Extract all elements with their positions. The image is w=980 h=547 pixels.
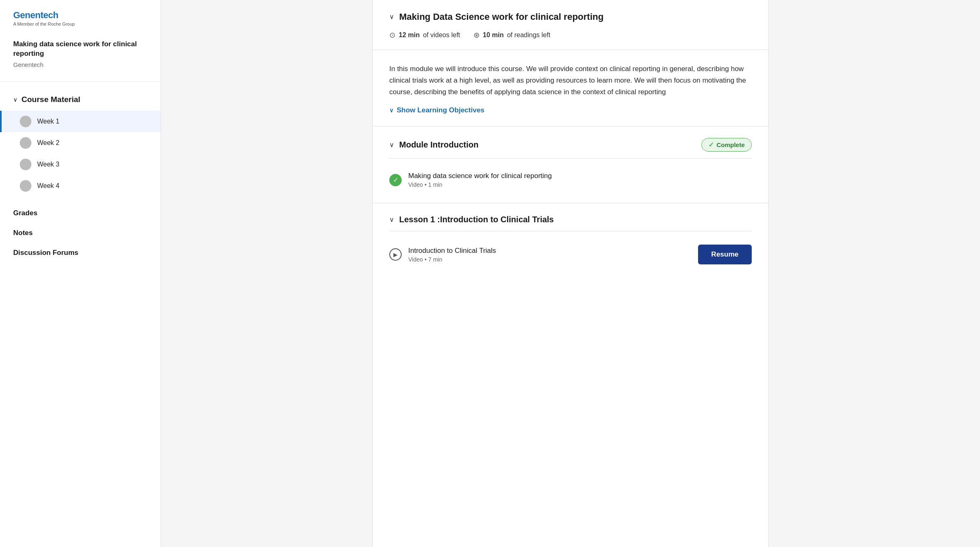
sidebar-item-grades[interactable]: Grades [0, 203, 161, 223]
week-4-label: Week 4 [37, 182, 59, 190]
main-content: ∨ Making Data Science work for clinical … [372, 0, 769, 547]
module-header-section: ∨ Making Data Science work for clinical … [373, 0, 768, 50]
course-material-chevron-icon: ∨ [13, 96, 17, 103]
sidebar-item-discussion[interactable]: Discussion Forums [0, 243, 161, 263]
lesson1-title-group: ∨ Lesson 1 :Introduction to Clinical Tri… [389, 215, 554, 224]
week-3-label: Week 3 [37, 161, 59, 168]
resume-button[interactable]: Resume [698, 245, 752, 264]
course-material-label: Course Material [21, 95, 80, 104]
videos-left-value: 12 min [399, 31, 420, 39]
module-intro-header-row: ∨ Module Introduction ✓ Complete [389, 138, 752, 152]
play-circle-icon: ⊙ [389, 31, 395, 40]
module-intro-section: ∨ Module Introduction ✓ Complete ✓ Makin… [373, 126, 768, 203]
module-intro-title: Module Introduction [399, 140, 478, 150]
logo-area: Genentech A Member of the Roche Group [0, 10, 161, 40]
lesson1-header-row: ∨ Lesson 1 :Introduction to Clinical Tri… [389, 215, 752, 224]
week-1-label: Week 1 [37, 118, 59, 125]
logo-subtitle: A Member of the Roche Group [13, 21, 147, 26]
module-intro-divider [389, 158, 752, 159]
description-text: In this module we will introduce this co… [389, 63, 752, 98]
lesson1-item-meta: Video • 7 min [408, 256, 691, 263]
week-4-circle [20, 180, 31, 192]
week-1-circle [20, 116, 31, 127]
module-chevron-icon: ∨ [389, 13, 394, 21]
objectives-chevron-icon: ∨ [389, 107, 393, 114]
lesson1-divider [389, 231, 752, 231]
item-meta: Video • 1 min [408, 181, 752, 188]
sidebar-divider [0, 81, 161, 82]
course-title-area: Making data science work for clinical re… [0, 40, 161, 81]
course-org: Genentech [13, 61, 147, 68]
lesson1-item-info: Introduction to Clinical Trials Video • … [408, 247, 691, 263]
course-title: Making data science work for clinical re… [13, 40, 147, 59]
sidebar: Genentech A Member of the Roche Group Ma… [0, 0, 161, 547]
week-2-circle [20, 137, 31, 149]
module-intro-title-group: ∨ Module Introduction [389, 140, 478, 150]
complete-label: Complete [717, 141, 745, 148]
readings-left-item: ⊛ 10 min of readings left [473, 31, 551, 40]
book-icon: ⊛ [473, 31, 480, 40]
description-section: In this module we will introduce this co… [373, 50, 768, 126]
module-main-title: Making Data Science work for clinical re… [399, 12, 604, 22]
complete-badge: ✓ Complete [701, 138, 752, 152]
module-meta: ⊙ 12 min of videos left ⊛ 10 min of read… [389, 31, 752, 40]
item-play-icon: ▶ [389, 248, 402, 261]
module-intro-chevron-icon: ∨ [389, 141, 394, 149]
videos-left-item: ⊙ 12 min of videos left [389, 31, 460, 40]
item-completed-icon: ✓ [389, 174, 402, 186]
show-objectives-button[interactable]: ∨ Show Learning Objectives [389, 106, 485, 114]
lesson1-item-title: Introduction to Clinical Trials [408, 247, 691, 255]
module-title-row: ∨ Making Data Science work for clinical … [389, 12, 752, 22]
lesson1-chevron-icon: ∨ [389, 216, 394, 224]
course-material-header[interactable]: ∨ Course Material [0, 88, 161, 111]
videos-left-suffix: of videos left [423, 31, 460, 39]
week-item-3[interactable]: Week 3 [0, 154, 161, 175]
lesson1-video-item[interactable]: ▶ Introduction to Clinical Trials Video … [389, 240, 752, 269]
week-item-4[interactable]: Week 4 [0, 175, 161, 197]
lesson1-title: Lesson 1 :Introduction to Clinical Trial… [399, 215, 554, 224]
show-objectives-label: Show Learning Objectives [397, 106, 485, 114]
item-title: Making data science work for clinical re… [408, 172, 752, 180]
module-intro-video-item[interactable]: ✓ Making data science work for clinical … [389, 167, 752, 193]
sidebar-item-notes[interactable]: Notes [0, 223, 161, 243]
week-2-label: Week 2 [37, 139, 59, 147]
item-info: Making data science work for clinical re… [408, 172, 752, 188]
readings-left-value: 10 min [483, 31, 504, 39]
logo-name: Genentech [13, 10, 147, 21]
week-item-1[interactable]: Week 1 [0, 111, 161, 132]
week-item-2[interactable]: Week 2 [0, 132, 161, 154]
lesson1-section: ∨ Lesson 1 :Introduction to Clinical Tri… [373, 203, 768, 279]
complete-check-icon: ✓ [708, 141, 714, 149]
week-3-circle [20, 159, 31, 170]
week-list: Week 1 Week 2 Week 3 Week 4 [0, 111, 161, 197]
readings-left-suffix: of readings left [507, 31, 550, 39]
